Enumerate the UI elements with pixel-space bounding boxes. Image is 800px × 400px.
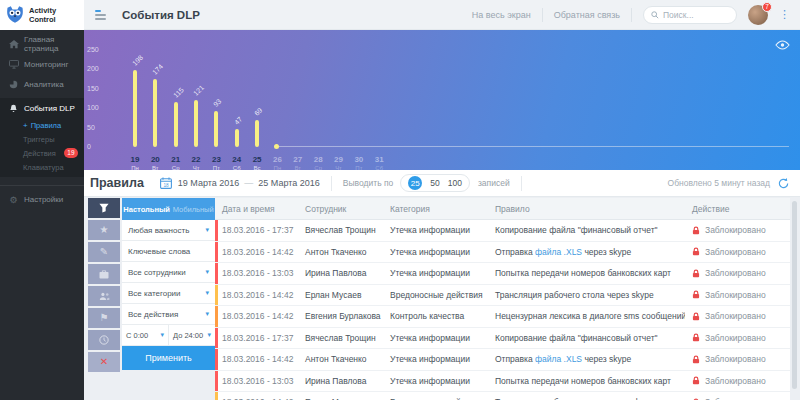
chevron-down-icon: ▾	[207, 331, 211, 339]
column-header-category: Категория	[383, 204, 488, 214]
column-header-employee: Сотрудник	[298, 204, 383, 214]
records-label: записей	[478, 178, 510, 188]
cell-datetime: 18.03.2016 - 13:03	[215, 376, 298, 386]
action-status-label: Заблокировано	[705, 311, 766, 321]
fullscreen-link[interactable]: На весь экран	[472, 10, 531, 20]
bar-value-label: 69	[253, 107, 263, 117]
table-row[interactable]: 18.03.2016 - 14:42Евгения БурлаковаКонтр…	[215, 306, 790, 328]
visibility-icon[interactable]	[775, 40, 790, 50]
time-to-select[interactable]: До 24:00 ▾	[169, 325, 215, 345]
x-axis-date[interactable]: 22Чт	[186, 155, 206, 170]
employees-select[interactable]: Все сотрудники ▾	[122, 262, 215, 283]
rule-link[interactable]: файла .XLS	[535, 247, 582, 257]
divider	[542, 8, 543, 22]
sidebar-item-dlp-events[interactable]: События DLP	[0, 98, 84, 118]
edit-icon[interactable]: ✎	[88, 242, 120, 262]
x-axis-date[interactable]: 29Чт	[329, 155, 349, 170]
star-icon[interactable]: ★	[88, 220, 120, 240]
x-axis-date[interactable]: 31Сб	[369, 155, 389, 170]
table-row[interactable]: 18.03.2016 - 14:42Ерлан МусаевВредоносны…	[215, 285, 790, 307]
sidebar-item-home[interactable]: Главная страница	[0, 34, 84, 54]
column-header-datetime: Дата и время	[215, 204, 298, 214]
x-axis-date[interactable]: 27Вт	[288, 155, 308, 170]
brand-logo[interactable]: ActivityControl	[0, 0, 84, 30]
severity-strip	[215, 220, 218, 241]
sidebar-subitem-rules[interactable]: + Правила	[0, 118, 84, 132]
feedback-link[interactable]: Обратная связь	[554, 10, 620, 20]
per-page-option-50[interactable]: 50	[430, 178, 439, 188]
table-row[interactable]: 18.03.2016 - 17:37Вячеслав ТрощинУтечка …	[215, 220, 790, 242]
chart-zero-dot	[274, 144, 279, 149]
refresh-icon[interactable]	[777, 177, 790, 190]
per-page-group: 25 50 100	[400, 174, 470, 192]
clock-icon[interactable]	[88, 330, 120, 350]
x-axis-date[interactable]: 21Ср	[166, 155, 186, 170]
calendar-icon[interactable]: 18	[160, 177, 172, 189]
severity-select[interactable]: Любая важность ▾	[122, 220, 215, 241]
sidebar-item-monitoring[interactable]: Мониторинг	[0, 54, 84, 74]
keywords-input[interactable]: Ключевые слова	[122, 241, 215, 262]
bar	[133, 70, 137, 147]
chevron-down-icon: ▾	[205, 289, 209, 297]
cell-employee: Вячеслав Трощин	[298, 333, 383, 343]
rule-link[interactable]: файла .XLS	[535, 354, 582, 364]
x-axis-date[interactable]: 25Вс	[247, 155, 267, 170]
table-row[interactable]: 18.03.2016 - 13:03Ирина ПавловаУтечка ин…	[215, 263, 790, 285]
severity-strip	[215, 349, 218, 370]
search-input[interactable]	[663, 10, 727, 20]
search-box[interactable]	[643, 6, 737, 24]
table-row[interactable]: 18.03.2016 - 13:03Ирина ПавловаУтечка ин…	[215, 371, 790, 393]
table-row[interactable]: 18.03.2016 - 14:42Ерлан МусаевВредоносны…	[215, 392, 790, 400]
sidebar-item-settings[interactable]: ⚙ Настройки	[0, 185, 84, 209]
cell-employee: Вячеслав Трощин	[298, 225, 383, 235]
menu-icon[interactable]	[95, 10, 106, 20]
sidebar-subitem-triggers[interactable]: Триггеры	[0, 132, 84, 146]
top-bar: ActivityControl События DLP На весь экра…	[0, 0, 800, 30]
topbar-actions: На весь экран Обратная связь 7 ⋮	[472, 5, 800, 25]
close-icon[interactable]: ✕	[88, 352, 120, 372]
events-bar-chart: 25020015010050019817411512193476919Пн20В…	[84, 30, 800, 170]
x-axis-date[interactable]: 30Пт	[349, 155, 369, 170]
filter-icon[interactable]	[88, 198, 120, 218]
cell-action: Заблокировано	[685, 247, 790, 257]
avatar[interactable]: 7	[748, 5, 768, 25]
cell-employee: Антон Ткаченко	[298, 354, 383, 364]
x-axis-date[interactable]: 28Ср	[308, 155, 328, 170]
briefcase-icon[interactable]	[88, 264, 120, 284]
sidebar-subitem-keyboard[interactable]: Клавиатура	[0, 160, 84, 174]
cell-rule: Отправка файла .XLS через skype	[488, 354, 685, 364]
bar	[174, 102, 178, 147]
per-page-option-25[interactable]: 25	[408, 176, 422, 190]
severity-strip	[215, 306, 218, 327]
x-axis-date[interactable]: 19Пн	[125, 155, 145, 170]
divider	[631, 8, 632, 22]
action-status-label: Заблокировано	[705, 333, 766, 343]
cell-datetime: 18.03.2016 - 14:42	[215, 311, 298, 321]
more-menu-icon[interactable]: ⋮	[779, 9, 790, 20]
per-page-option-100[interactable]: 100	[448, 178, 462, 188]
cell-employee: Ирина Павлова	[298, 376, 383, 386]
actions-select[interactable]: Все действия ▾	[122, 304, 215, 325]
scrollbar[interactable]	[792, 201, 797, 389]
x-axis-date[interactable]: 26Пн	[267, 155, 287, 170]
x-axis-date[interactable]: 24Сб	[227, 155, 247, 170]
table-row[interactable]: 18.03.2016 - 17:37Вячеслав ТрощинУтечка …	[215, 328, 790, 350]
analytics-icon	[8, 80, 19, 89]
x-axis-date[interactable]: 23Пт	[206, 155, 226, 170]
sidebar-item-analytics[interactable]: Аналитика	[0, 74, 84, 94]
apply-filters-button[interactable]: Применить	[122, 346, 215, 370]
table-row[interactable]: 18.03.2016 - 14:42Антон ТкаченкоУтечка и…	[215, 349, 790, 371]
date-range-separator: —	[244, 178, 253, 188]
table-row[interactable]: 18.03.2016 - 14:42Антон ТкаченкоУтечка и…	[215, 242, 790, 264]
sidebar-subitem-actions[interactable]: Действия 19	[0, 146, 84, 160]
cell-employee: Евгения Бурлакова	[298, 311, 383, 321]
tab-mobile[interactable]: Мобильный	[173, 205, 214, 214]
cell-employee: Ирина Павлова	[298, 268, 383, 278]
tab-desktop[interactable]: Настольный	[123, 205, 170, 214]
date-range[interactable]: 19 Марта 2016 — 25 Марта 2016	[178, 178, 320, 188]
categories-select[interactable]: Все категории ▾	[122, 283, 215, 304]
flag-icon[interactable]: ⚑	[88, 308, 120, 328]
time-from-select[interactable]: С 0:00 ▾	[122, 325, 169, 345]
users-icon[interactable]	[88, 286, 120, 306]
x-axis-date[interactable]: 20Вт	[145, 155, 165, 170]
